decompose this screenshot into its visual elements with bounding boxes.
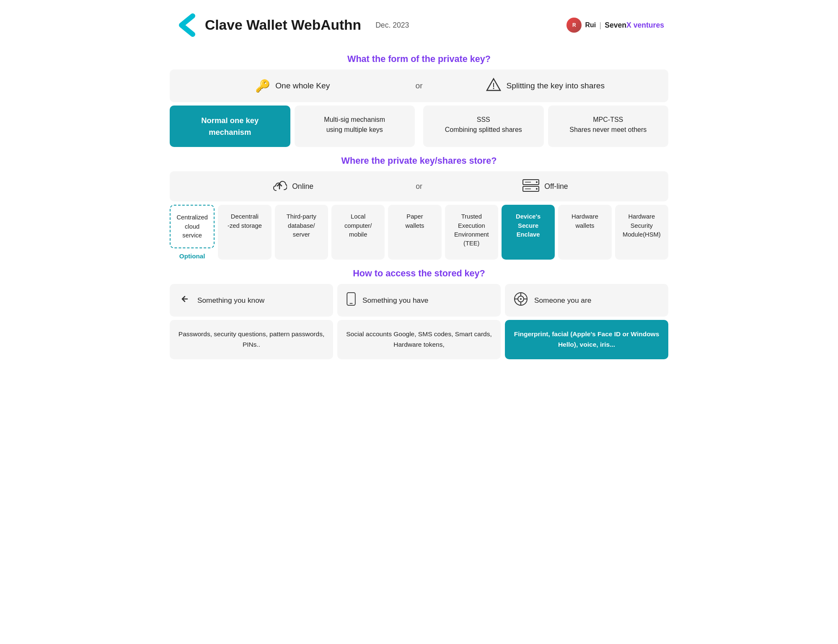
biometric-icon xyxy=(513,291,528,309)
local-computer-label: Localcomputer/mobile xyxy=(344,213,372,238)
optional-label: Optional xyxy=(179,252,205,260)
mpc-tss-label: MPC-TSSShares never meet others xyxy=(569,116,647,133)
storage-row: Centralizedcloud service Optional Decent… xyxy=(170,205,668,260)
online-label: Online xyxy=(292,182,313,191)
sss-label: SSSCombining splitted shares xyxy=(445,116,522,133)
svg-point-2 xyxy=(493,88,494,89)
upload-cloud-icon xyxy=(272,178,287,195)
access-desc-row: Passwords, security questions, pattern p… xyxy=(170,320,668,359)
phone-icon xyxy=(346,292,357,308)
hardware-wallets-label: Hardwarewallets xyxy=(572,213,598,229)
header: Clave Wallet WebAuthn Dec. 2023 R Rui | … xyxy=(166,8,672,46)
paper-wallets-box: Paperwallets xyxy=(388,205,441,260)
online-row: Online or Off-line xyxy=(170,171,668,201)
pipe-divider: | xyxy=(599,21,601,30)
normal-one-key-label: Normal one keymechanism xyxy=(201,116,259,137)
decentralized-storage-box: Decentrali-zed storage xyxy=(218,205,271,260)
paper-wallets-label: Paperwallets xyxy=(405,213,424,229)
something-you-have-label: Something you have xyxy=(362,296,428,305)
passwords-desc-box: Passwords, security questions, pattern p… xyxy=(170,320,333,359)
app-title: Clave Wallet WebAuthn xyxy=(205,17,361,33)
clave-logo-icon xyxy=(174,13,199,38)
storage-box-1-container: Centralizedcloud service Optional xyxy=(170,205,215,260)
section1-title: What the form of the private key? xyxy=(170,54,668,64)
key-icon: 🔑 xyxy=(255,79,270,93)
multisig-label: Multi-sig mechanismusing multiple keys xyxy=(324,116,385,133)
header-left: Clave Wallet WebAuthn Dec. 2023 xyxy=(174,13,409,38)
diagram: What the form of the private key? 🔑 One … xyxy=(166,54,672,359)
mpc-tss-box: MPC-TSSShares never meet others xyxy=(548,106,669,147)
third-party-db-box: Third-partydatabase/server xyxy=(275,205,328,260)
hsm-box: HardwareSecurityModule(HSM) xyxy=(615,205,668,260)
section2-title: Where the private key/shares store? xyxy=(170,155,668,166)
one-whole-key-label: One whole Key xyxy=(275,81,330,90)
svg-point-5 xyxy=(536,181,538,183)
key-type-row: 🔑 One whole Key or Splitting the key int… xyxy=(170,70,668,102)
key-type-right: Splitting the key into shares xyxy=(435,77,656,95)
secure-enclave-box: Device'sSecureEnclave xyxy=(502,205,555,260)
mechanisms-row: Normal one keymechanism Multi-sig mechan… xyxy=(170,106,668,147)
someone-you-are-label: Someone you are xyxy=(534,296,591,305)
rui-avatar: R xyxy=(566,18,582,33)
access-types-row: Something you know Something you have xyxy=(170,284,668,317)
triangle-icon xyxy=(486,77,501,95)
key-type-or: or xyxy=(403,81,435,90)
tee-box: TrustedExecutionEnvironment(TEE) xyxy=(445,205,498,260)
multisig-box: Multi-sig mechanismusing multiple keys xyxy=(295,106,415,147)
passwords-desc-label: Passwords, security questions, pattern p… xyxy=(178,330,324,348)
offline-label: Off-line xyxy=(544,182,568,191)
something-you-have-box: Something you have xyxy=(337,284,501,317)
someone-you-are-box: Someone you are xyxy=(505,284,668,317)
secure-enclave-label: Device'sSecureEnclave xyxy=(516,213,541,238)
hardware-wallets-box: Hardwarewallets xyxy=(558,205,611,260)
online-left: Online xyxy=(182,178,403,195)
normal-one-key-box: Normal one keymechanism xyxy=(170,106,290,147)
social-accounts-desc-box: Social accounts Google, SMS codes, Smart… xyxy=(337,320,501,359)
section3-title: How to access the stored key? xyxy=(170,268,668,279)
hsm-label: HardwareSecurityModule(HSM) xyxy=(623,213,661,238)
online-or: or xyxy=(403,182,435,191)
arrow-left-icon xyxy=(178,292,191,308)
sevenx-label: SevenX ventures xyxy=(605,21,664,30)
fingerprint-desc-box: Fingerprint, facial (Apple's Face ID or … xyxy=(505,320,668,359)
offline-right: Off-line xyxy=(435,179,656,193)
third-party-db-label: Third-partydatabase/server xyxy=(287,213,316,238)
svg-point-13 xyxy=(520,298,522,300)
svg-point-6 xyxy=(536,188,538,190)
rui-label: Rui xyxy=(585,21,596,29)
splitting-label: Splitting the key into shares xyxy=(506,81,605,90)
header-right: R Rui | SevenX ventures xyxy=(566,18,664,33)
sss-box: SSSCombining splitted shares xyxy=(423,106,544,147)
server-icon xyxy=(522,179,539,193)
fingerprint-desc-label: Fingerprint, facial (Apple's Face ID or … xyxy=(514,330,660,348)
local-computer-box: Localcomputer/mobile xyxy=(331,205,385,260)
key-type-left: 🔑 One whole Key xyxy=(182,79,403,93)
something-you-know-box: Something you know xyxy=(170,284,333,317)
decentralized-storage-label: Decentrali-zed storage xyxy=(228,213,262,229)
header-date: Dec. 2023 xyxy=(375,21,409,30)
centralized-cloud-label: Centralizedcloud service xyxy=(176,214,207,239)
tee-label: TrustedExecutionEnvironment(TEE) xyxy=(454,213,489,247)
social-accounts-desc-label: Social accounts Google, SMS codes, Smart… xyxy=(346,330,492,348)
centralized-cloud-box: Centralizedcloud service xyxy=(170,205,215,248)
something-you-know-label: Something you know xyxy=(197,296,264,305)
